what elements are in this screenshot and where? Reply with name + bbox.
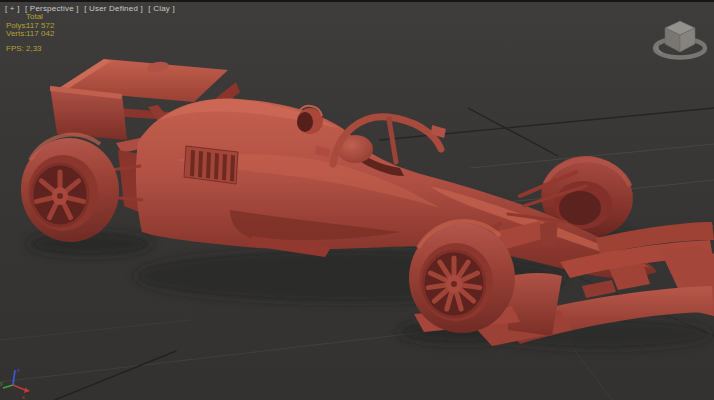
z-axis	[13, 370, 15, 385]
f1-car-model[interactable]	[16, 59, 714, 346]
y-axis	[3, 385, 13, 388]
world-axis-tripod: z y x	[0, 366, 34, 400]
viewport-top-border	[0, 0, 714, 2]
z-axis-label: z	[17, 367, 20, 373]
x-axis-arrow	[24, 388, 30, 394]
cooling-vents	[184, 146, 238, 184]
viewcube[interactable]	[650, 8, 710, 62]
scene-canvas[interactable]	[0, 0, 714, 400]
y-axis-label: y	[0, 380, 3, 386]
viewcube-cube[interactable]	[665, 21, 695, 52]
x-axis-label: x	[22, 394, 25, 400]
viewport-menu-shading[interactable]: [ Clay ]	[148, 4, 175, 13]
statistics-overlay: Total Polys: 117 572 Verts: 117 042 FPS:…	[6, 13, 54, 53]
x-axis	[13, 385, 25, 390]
3d-viewport[interactable]: [ + ] [ Perspective ] [ User Defined ] […	[0, 0, 714, 400]
viewport-menu-general[interactable]: [ + ]	[5, 4, 20, 13]
engine-intake	[297, 106, 323, 134]
rear-left-wheel[interactable]	[16, 133, 124, 247]
verts-value: 117 042	[26, 30, 54, 39]
stats-verts-row: Verts: 117 042	[6, 30, 54, 39]
fps-label: FPS:	[6, 45, 25, 54]
halo[interactable]	[333, 117, 441, 164]
viewport-menu-user-defined[interactable]: [ User Defined ]	[84, 4, 143, 13]
stats-fps-row: FPS: 2,33	[6, 45, 54, 54]
fps-value: 2,33	[26, 45, 42, 54]
verts-label: Verts:	[6, 30, 25, 39]
